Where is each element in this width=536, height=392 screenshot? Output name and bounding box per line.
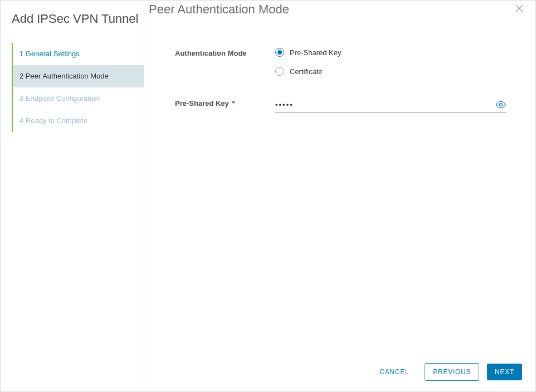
psk-input-wrapper (275, 98, 506, 113)
wizard-sidebar: Add IPSec VPN Tunnel 1 General Settings … (1, 1, 144, 391)
auth-mode-control: Pre-Shared Key Certificate (275, 48, 508, 76)
pre-shared-key-input[interactable] (275, 100, 495, 110)
radio-pre-shared-key-label: Pre-Shared Key (290, 48, 342, 57)
svg-point-2 (500, 104, 503, 106)
psk-label: Pre-Shared Key * (175, 98, 275, 107)
auth-mode-radio-group: Pre-Shared Key Certificate (275, 48, 508, 76)
main-panel: Peer Authentication Mode Authentication … (144, 1, 535, 391)
wizard-title: Add IPSec VPN Tunnel (1, 12, 144, 43)
auth-mode-label: Authentication Mode (175, 48, 275, 57)
radio-certificate-label: Certificate (290, 67, 323, 76)
psk-row: Pre-Shared Key * (175, 98, 508, 113)
eye-icon[interactable] (495, 99, 506, 110)
psk-control (275, 98, 508, 113)
required-indicator: * (232, 99, 235, 107)
wizard-footer: Cancel Previous Next (144, 352, 535, 391)
close-icon[interactable] (513, 2, 525, 17)
radio-indicator-icon (275, 48, 284, 57)
step-general-settings[interactable]: 1 General Settings (13, 43, 144, 65)
step-peer-authentication-mode[interactable]: 2 Peer Authentication Mode (13, 65, 144, 87)
radio-pre-shared-key[interactable]: Pre-Shared Key (275, 48, 508, 57)
form-body: Authentication Mode Pre-Shared Key Certi… (144, 17, 535, 352)
psk-label-text: Pre-Shared Key (175, 99, 229, 107)
step-endpoint-configuration: 3 Endpoint Configuration (13, 87, 144, 110)
radio-indicator-icon (275, 67, 284, 76)
step-ready-to-complete: 4 Ready to Complete (13, 110, 144, 132)
radio-certificate[interactable]: Certificate (275, 67, 508, 76)
wizard-step-list: 1 General Settings 2 Peer Authentication… (12, 43, 144, 132)
main-header: Peer Authentication Mode (144, 1, 535, 17)
cancel-button[interactable]: Cancel (372, 364, 417, 380)
next-button[interactable]: Next (487, 364, 522, 380)
previous-button[interactable]: Previous (425, 363, 479, 381)
page-title: Peer Authentication Mode (149, 2, 289, 17)
auth-mode-row: Authentication Mode Pre-Shared Key Certi… (175, 48, 508, 76)
